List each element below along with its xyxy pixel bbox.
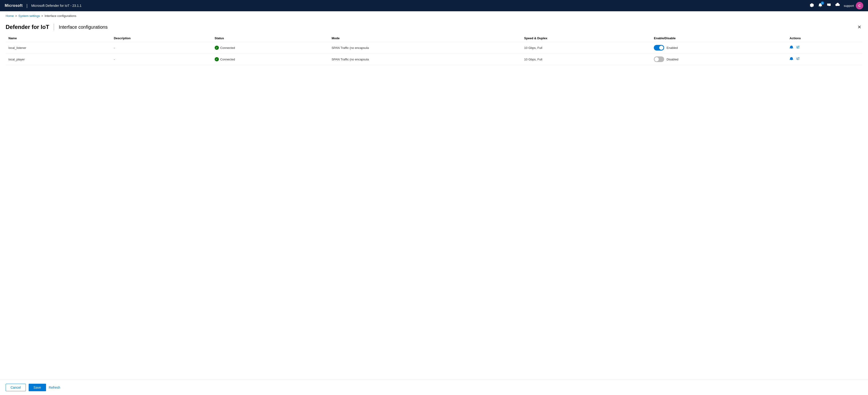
table-header: Name Description Status Mode Speed & Dup…: [6, 34, 862, 42]
toggle-label-0: Enabled: [666, 46, 678, 50]
status-dot-1: ✓: [215, 57, 219, 61]
interface-table: Name Description Status Mode Speed & Dup…: [6, 34, 862, 65]
status-dot-0: ✓: [215, 46, 219, 50]
table-container: Name Description Status Mode Speed & Dup…: [0, 34, 868, 65]
cell-mode-1: SPAN Traffic (no encapsula: [329, 54, 521, 65]
notification-badge: 0: [821, 1, 824, 5]
toggle-0[interactable]: [654, 45, 664, 51]
status-text-0: Connected: [220, 46, 235, 50]
cell-speed-duplex-1: 10 Gbps, Full: [521, 54, 651, 65]
settings-icon[interactable]: [809, 3, 814, 9]
breadcrumb-sep-1: >: [15, 14, 17, 18]
cell-status-1: ✓ Connected: [212, 54, 329, 65]
cell-enable-disable-1: Disabled: [651, 54, 787, 65]
header-divider: |: [27, 3, 28, 8]
toggle-1[interactable]: [654, 56, 664, 62]
header-icons: 0 support C: [809, 2, 863, 9]
cloud-icon[interactable]: [835, 3, 840, 9]
table-body: local_listener - ✓ Connected SPAN Traffi…: [6, 42, 862, 65]
col-status: Status: [212, 34, 329, 42]
col-enable-disable: Enable/Disable: [651, 34, 787, 42]
breadcrumb-system-settings[interactable]: System settings: [18, 14, 40, 18]
user-section: support C: [844, 2, 863, 9]
toggle-knob-1: [654, 57, 659, 61]
cell-name-1: local_player: [6, 54, 111, 65]
breadcrumb-current: Interface configurations: [44, 14, 76, 18]
table-row: local_listener - ✓ Connected SPAN Traffi…: [6, 42, 862, 54]
cell-actions-1: [787, 54, 862, 65]
header-left: Microsoft | Microsoft Defender for IoT -…: [5, 3, 82, 8]
settings-sliders-icon-1[interactable]: [796, 57, 800, 62]
breadcrumb-sep-2: >: [41, 14, 43, 18]
col-mode: Mode: [329, 34, 521, 42]
breadcrumb-home[interactable]: Home: [6, 14, 14, 18]
cell-speed-duplex-0: 10 Gbps, Full: [521, 42, 651, 54]
col-actions: Actions: [787, 34, 862, 42]
cell-name-0: local_listener: [6, 42, 111, 54]
table-row: local_player - ✓ Connected SPAN Traffic …: [6, 54, 862, 65]
settings-sliders-icon-0[interactable]: [796, 46, 800, 50]
cell-description-1: -: [111, 54, 212, 65]
toggle-knob-0: [659, 46, 663, 50]
col-name: Name: [6, 34, 111, 42]
svg-point-5: [797, 59, 798, 60]
alert-icon-1[interactable]: [789, 57, 793, 62]
cell-mode-0: SPAN Traffic (no encapsula: [329, 42, 521, 54]
cell-description-0: -: [111, 42, 212, 54]
alert-icon-0[interactable]: [789, 46, 793, 50]
microsoft-logo: Microsoft: [5, 3, 23, 8]
page-subtitle: Interface configurations: [59, 24, 107, 30]
user-avatar[interactable]: C: [856, 2, 863, 9]
col-speed-duplex: Speed & Duplex: [521, 34, 651, 42]
book-icon[interactable]: [827, 3, 831, 9]
col-description: Description: [111, 34, 212, 42]
cell-actions-0: [787, 42, 862, 54]
status-text-1: Connected: [220, 58, 235, 61]
header: Microsoft | Microsoft Defender for IoT -…: [0, 0, 868, 11]
close-button[interactable]: ✕: [857, 23, 862, 31]
app-title: Microsoft Defender for IoT - 23.1.1: [31, 4, 82, 7]
cell-enable-disable-0: Enabled: [651, 42, 787, 54]
breadcrumb: Home > System settings > Interface confi…: [0, 11, 868, 21]
page-title-group: Defender for IoT Interface configuration…: [6, 24, 107, 30]
page-header: Defender for IoT Interface configuration…: [0, 21, 868, 34]
svg-point-2: [797, 48, 798, 49]
toggle-label-1: Disabled: [666, 58, 679, 61]
user-name: support: [844, 4, 854, 7]
page-title: Defender for IoT: [6, 24, 49, 30]
notifications-icon[interactable]: 0: [818, 3, 823, 9]
cell-status-0: ✓ Connected: [212, 42, 329, 54]
